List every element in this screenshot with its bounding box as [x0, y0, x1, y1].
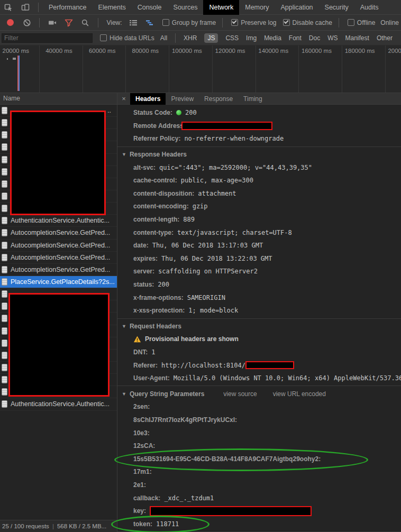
- header-value: 1; mode=block: [188, 307, 238, 314]
- domcontentloaded-event-line: [19, 56, 20, 91]
- query-params-list: 2sen:8sChIJ7Rnt7IozK4gRPtTJrykUCxI:10e3:…: [117, 400, 401, 530]
- filter-type-ws[interactable]: WS: [327, 34, 338, 42]
- divider: [339, 18, 339, 27]
- hide-data-urls-checkbox[interactable]: [100, 34, 107, 41]
- header-line: callback:_xdc_._tzdum1: [117, 491, 401, 505]
- filter-type-img[interactable]: Img: [246, 34, 257, 42]
- filter-type-doc[interactable]: Doc: [309, 34, 320, 42]
- filmstrip-icon[interactable]: [48, 18, 57, 27]
- tab-sources[interactable]: Sources: [168, 0, 204, 15]
- tab-performance[interactable]: Performance: [43, 0, 93, 15]
- divider: [38, 3, 39, 12]
- file-icon: [2, 156, 7, 163]
- header-line: 2sen:: [117, 400, 401, 414]
- transferred-size: 568 KB / 2.5 MB...: [57, 523, 106, 529]
- divider: [222, 18, 223, 27]
- tab-elements[interactable]: Elements: [93, 0, 132, 15]
- query-string-section-header[interactable]: ▼ Query String Parameters view source vi…: [117, 387, 401, 400]
- filter-icon[interactable]: [64, 18, 73, 27]
- tab-security[interactable]: Security: [319, 0, 354, 15]
- view-source-link[interactable]: view source: [223, 390, 257, 398]
- divider: [39, 18, 40, 27]
- remote-address-line: Remote Address:: [117, 120, 401, 133]
- response-headers-section-header[interactable]: ▼ Response Headers: [117, 148, 401, 161]
- header-name: User-Agent:: [133, 374, 170, 382]
- filter-input[interactable]: [2, 33, 93, 43]
- header-line: 10e3:: [117, 426, 401, 439]
- timeline-tick-label: 200000 ms: [376, 48, 401, 54]
- list-view-icon[interactable]: [129, 18, 138, 27]
- filter-type-xhr[interactable]: XHR: [184, 34, 197, 42]
- search-icon[interactable]: [80, 18, 89, 27]
- waterfall-view-icon[interactable]: [145, 18, 154, 27]
- request-row[interactable]: AutocompletionService.GetPred...: [0, 240, 117, 252]
- filter-type-other[interactable]: Other: [377, 34, 393, 42]
- header-value: public, max-age=300: [181, 177, 253, 184]
- warning-icon: [133, 335, 141, 343]
- group-by-frame-label[interactable]: Group by frame: [172, 19, 216, 26]
- tab-network[interactable]: Network: [203, 0, 239, 15]
- throttling-select[interactable]: Online: [380, 19, 399, 26]
- header-name: content-disposition:: [133, 190, 194, 197]
- disable-cache-label[interactable]: Disable cache: [293, 19, 332, 26]
- requests-panel: Name ..AuthenticationService.Authentic..…: [0, 93, 117, 532]
- request-row[interactable]: AuthenticationService.Authentic...: [0, 215, 117, 227]
- offline-label[interactable]: Offline: [357, 19, 375, 26]
- file-icon: [2, 327, 7, 335]
- hide-data-urls-label[interactable]: Hide data URLs: [110, 34, 154, 42]
- request-row[interactable]: AutocompletionService.GetPred...: [0, 252, 117, 264]
- tab-audits[interactable]: Audits: [354, 0, 385, 15]
- request-row[interactable]: AuthenticationService.Authentic...: [0, 398, 117, 410]
- close-icon[interactable]: ×: [117, 95, 130, 103]
- filter-type-js[interactable]: JS: [204, 33, 218, 43]
- header-line: 15s5B531694-E95C-46CD-B28A-414F8A9CAF7Ai…: [117, 452, 401, 465]
- header-name: status:: [133, 281, 154, 288]
- view-url-encoded-link[interactable]: view URL encoded: [273, 390, 326, 398]
- tab-memory[interactable]: Memory: [239, 0, 275, 15]
- divider: [175, 33, 176, 43]
- group-by-frame-checkbox[interactable]: [162, 19, 169, 26]
- request-row[interactable]: AutocompletionService.GetPred...: [0, 227, 117, 239]
- header-value: http://localhost:8104/: [161, 362, 245, 369]
- disable-cache-checkbox[interactable]: [283, 19, 290, 26]
- view-label: View:: [106, 19, 122, 26]
- file-icon: [2, 205, 7, 212]
- preserve-log-checkbox[interactable]: [231, 19, 238, 26]
- details-tab-timing[interactable]: Timing: [238, 93, 268, 105]
- clear-icon[interactable]: [22, 18, 31, 27]
- details-tabs: HeadersPreviewResponseTiming: [130, 93, 268, 105]
- header-line: cache-control:public, max-age=300: [117, 174, 401, 187]
- warning-text: Provisional headers are shown: [145, 335, 239, 343]
- filter-type-font[interactable]: Font: [289, 34, 302, 42]
- record-icon[interactable]: [6, 18, 15, 27]
- tab-console[interactable]: Console: [132, 0, 168, 15]
- header-name: key:: [133, 507, 146, 515]
- tab-application[interactable]: Application: [275, 0, 318, 15]
- file-icon: [2, 315, 7, 322]
- file-icon: [2, 278, 7, 286]
- details-tab-preview[interactable]: Preview: [166, 93, 199, 105]
- details-tab-headers[interactable]: Headers: [130, 93, 166, 105]
- device-toolbar-icon[interactable]: [21, 3, 30, 12]
- filter-type-manifest[interactable]: Manifest: [345, 34, 369, 42]
- filter-type-css[interactable]: CSS: [225, 34, 239, 42]
- filter-type-media[interactable]: Media: [264, 34, 281, 42]
- inspect-element-icon[interactable]: [4, 3, 13, 12]
- preserve-log-label[interactable]: Preserve log: [241, 19, 276, 26]
- header-value: Mozilla/5.0 (Windows NT 10.0; Win64; x64…: [174, 374, 401, 382]
- name-column-header[interactable]: Name: [0, 93, 117, 105]
- details-tab-response[interactable]: Response: [199, 93, 238, 105]
- header-line: DNT:1: [117, 346, 401, 359]
- network-overview-timeline[interactable]: 20000 ms40000 ms60000 ms80000 ms100000 m…: [0, 45, 401, 93]
- offline-checkbox[interactable]: [348, 19, 354, 26]
- request-headers-section-header[interactable]: ▼ Request Headers: [117, 320, 401, 333]
- header-name: content-length:: [133, 216, 179, 223]
- request-row[interactable]: PlaceService.GetPlaceDetails?2s...: [0, 276, 117, 288]
- timeline-tick-label: 80000 ms: [116, 48, 159, 54]
- devtools-tabbar: PerformanceElementsConsoleSourcesNetwork…: [0, 0, 401, 15]
- request-name: AutocompletionService.GetPred...: [11, 242, 110, 249]
- request-row[interactable]: AutocompletionService.GetPred...: [0, 264, 117, 276]
- header-name: 8sChIJ7Rnt7IozK4gRPtTJrykUCxI:: [133, 416, 237, 424]
- filter-type-all[interactable]: All: [160, 34, 167, 42]
- details-tabbar: × HeadersPreviewResponseTiming: [117, 93, 401, 105]
